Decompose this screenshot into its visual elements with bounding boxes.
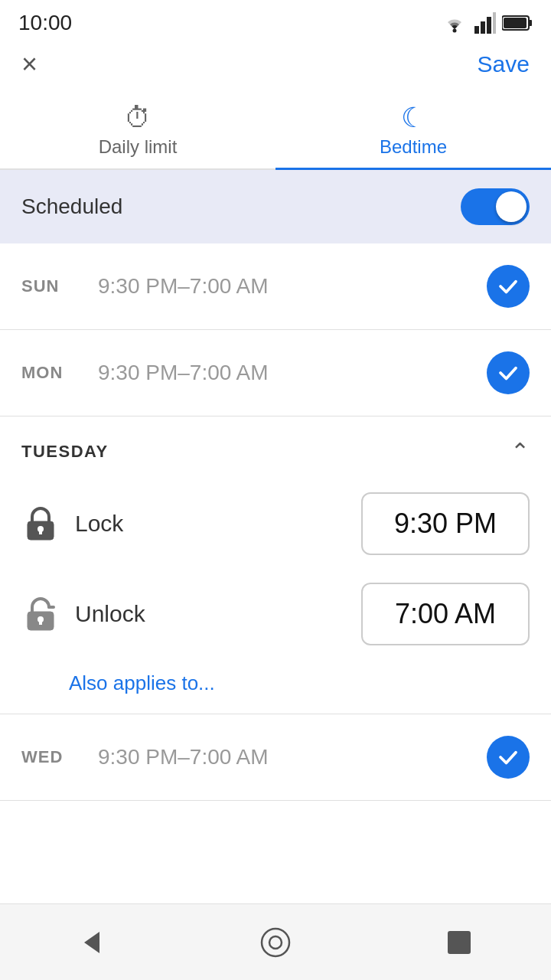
home-icon [260, 927, 291, 958]
wed-check-button[interactable] [487, 736, 530, 779]
svg-rect-6 [529, 20, 532, 26]
scheduled-row: Scheduled [0, 170, 551, 243]
wed-label: WED [21, 747, 90, 767]
checkmark-icon [497, 275, 520, 298]
wed-time: 9:30 PM–7:00 AM [90, 745, 487, 769]
svg-point-16 [269, 936, 282, 949]
also-applies: Also applies to... [0, 661, 551, 714]
battery-icon [502, 15, 533, 31]
tuesday-unlock-row: Unlock 7:00 AM [0, 570, 551, 661]
tuesday-lock-row: Lock 9:30 PM [0, 480, 551, 570]
lock-icon [24, 506, 57, 541]
sun-check-button[interactable] [487, 265, 530, 308]
tuesday-label: TUESDAY [21, 442, 109, 462]
signal-icon [474, 12, 496, 34]
lock-label: Lock [75, 511, 346, 537]
day-row-wed: WED 9:30 PM–7:00 AM [0, 714, 551, 801]
svg-point-15 [262, 929, 289, 956]
toggle-thumb [496, 191, 527, 222]
lock-icon-wrap [21, 506, 60, 541]
tab-bedtime-label: Bedtime [380, 136, 447, 158]
unlock-label: Unlock [75, 601, 346, 627]
svg-rect-3 [487, 17, 491, 34]
nav-bar [0, 903, 551, 980]
svg-point-0 [453, 29, 457, 33]
sun-time: 9:30 PM–7:00 AM [90, 274, 487, 299]
svg-rect-17 [448, 931, 471, 954]
mon-check-button[interactable] [487, 351, 530, 394]
back-button[interactable] [61, 912, 122, 973]
bedtime-icon: ☾ [401, 104, 425, 132]
tab-daily-limit[interactable]: ⏱ Daily limit [0, 90, 276, 168]
tab-bedtime[interactable]: ☾ Bedtime [276, 90, 551, 168]
unlock-time-button[interactable]: 7:00 AM [361, 583, 530, 645]
status-bar: 10:00 [0, 0, 551, 41]
daily-limit-icon: ⏱ [124, 104, 152, 132]
home-button[interactable] [245, 912, 306, 973]
mon-time: 9:30 PM–7:00 AM [90, 361, 487, 385]
tabs: ⏱ Daily limit ☾ Bedtime [0, 90, 551, 170]
unlock-icon [24, 596, 57, 632]
checkmark-icon [497, 746, 520, 769]
sun-label: SUN [21, 276, 90, 296]
also-applies-link[interactable]: Also applies to... [69, 671, 215, 694]
save-button[interactable]: Save [478, 51, 530, 77]
svg-rect-10 [39, 530, 42, 534]
tab-daily-limit-label: Daily limit [99, 136, 178, 158]
svg-rect-2 [481, 21, 485, 34]
svg-rect-4 [493, 12, 496, 34]
svg-marker-14 [84, 932, 99, 953]
status-time: 10:00 [18, 11, 72, 35]
top-bar: × Save [0, 41, 551, 90]
svg-rect-1 [474, 26, 479, 34]
tuesday-header[interactable]: TUESDAY ⌃ [0, 416, 551, 480]
day-row-sun: SUN 9:30 PM–7:00 AM [0, 243, 551, 330]
back-icon [78, 929, 106, 956]
svg-rect-13 [39, 620, 42, 625]
svg-rect-7 [504, 18, 527, 28]
wifi-icon [441, 12, 468, 34]
scheduled-label: Scheduled [21, 194, 122, 219]
recents-icon [446, 929, 472, 956]
status-icons [441, 12, 533, 34]
scheduled-toggle[interactable] [461, 188, 530, 225]
chevron-up-icon[interactable]: ⌃ [510, 438, 530, 465]
checkmark-icon [497, 361, 520, 384]
day-row-mon: MON 9:30 PM–7:00 AM [0, 330, 551, 416]
unlock-icon-wrap [21, 596, 60, 632]
recents-button[interactable] [429, 912, 490, 973]
lock-time-button[interactable]: 9:30 PM [361, 492, 530, 555]
close-button[interactable]: × [21, 51, 37, 78]
mon-label: MON [21, 363, 90, 383]
